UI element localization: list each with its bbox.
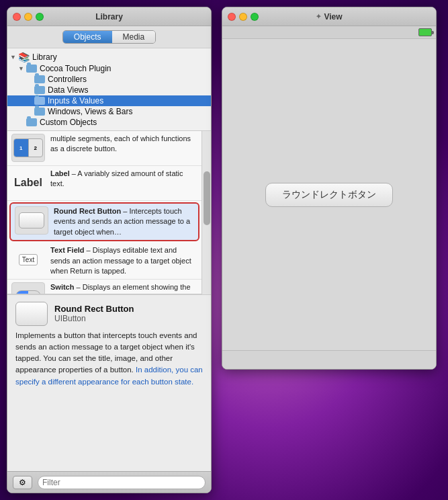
item-desc-text: – A variably sized amount of static text… [50,169,183,188]
view-footer [222,350,436,369]
item-title: Label [50,169,70,177]
detail-class: UIButton [54,314,134,323]
item-description: Round Rect Button – Intercepts touch eve… [54,206,194,237]
pin-icon: ✦ [316,13,321,20]
view-titlebar: ✦ View [222,7,436,26]
detail-name: Round Rect Button [54,304,134,314]
view-close-button[interactable] [228,13,236,21]
library-titlebar: Library [7,7,211,26]
detail-header: Round Rect Button UIButton [15,302,203,326]
list-item-round-rect[interactable]: Round Rect Button – Intercepts touch eve… [9,202,199,241]
item-description: Switch – Displays an element showing the… [50,282,197,294]
switch-preview [15,290,41,294]
view-panel: ✦ View ラウンドレクトボタン [222,7,437,370]
library-arrow [10,54,17,60]
list-item[interactable]: Label Label – A variably sized amount of… [7,166,201,201]
item-title: Text Field [50,246,85,254]
panel-title: Library [95,12,123,22]
view-max-button[interactable] [251,13,259,21]
tree-custom-objects[interactable]: Custom Objects [7,117,211,128]
detail-info: Round Rect Button UIButton [54,304,134,323]
item-desc-text: multiple segments, each of which functio… [50,134,191,153]
tree-library[interactable]: 📚 Library [7,51,211,63]
item-title: Round Rect Button [54,207,121,215]
textfield-preview: Text [19,254,38,265]
objects-tab[interactable]: Objects [63,31,112,43]
close-button[interactable] [13,13,21,21]
tree-area: 📚 Library Cocoa Touch Plugin Controllers… [7,48,211,131]
custom-objects-label: Custom Objects [40,118,97,127]
filter-input[interactable] [38,476,206,489]
item-title: Switch [50,283,74,291]
seg-control-wrapper: Objects Media [7,26,211,48]
detail-area: Round Rect Button UIButton Implements a … [7,295,211,472]
gear-button[interactable]: ⚙ [13,476,32,489]
view-title: View [324,12,342,22]
minimize-button[interactable] [24,13,32,21]
media-tab[interactable]: Media [112,31,156,43]
tree-cocoa-touch[interactable]: Cocoa Touch Plugin [7,63,211,74]
tree-data-views[interactable]: Data Views [7,85,211,95]
view-traffic-lights [228,13,259,21]
tree-windows-views[interactable]: Windows, Views & Bars [7,106,211,117]
button-preview [19,212,44,228]
scrollbar[interactable] [201,131,211,294]
view-toolbar [222,26,436,39]
detail-thumbnail [15,302,48,326]
data-views-label: Data Views [48,85,88,95]
bottom-toolbar: ⚙ [7,471,211,493]
item-description: Text Field – Displays editable text and … [50,245,197,276]
maximize-button[interactable] [36,13,44,21]
windows-views-label: Windows, Views & Bars [48,107,133,116]
view-min-button[interactable] [239,13,247,21]
item-thumbnail-seg: 1 2 [11,134,45,162]
item-description: multiple segments, each of which functio… [50,134,197,155]
round-rect-preview-button[interactable]: ラウンドレクトボタン [265,183,393,207]
custom-folder-icon [26,118,37,126]
item-thumbnail-textfield: Text [11,245,45,274]
tree-inputs-values[interactable]: Inputs & Values [7,95,211,106]
library-label: Library [32,52,57,62]
view-content: ラウンドレクトボタン [222,39,436,350]
data-views-folder-icon [34,86,45,94]
cocoa-touch-label: Cocoa Touch Plugin [40,64,111,73]
view-title-container: ✦ View [316,12,342,22]
tree-controllers[interactable]: Controllers [7,74,211,85]
items-list: 1 2 multiple segments, each of which fun… [7,131,201,294]
controllers-label: Controllers [48,75,87,84]
item-thumbnail-label: Label [11,169,45,197]
inputs-folder-icon [34,97,45,105]
battery-icon [418,28,432,36]
inputs-values-label: Inputs & Values [48,96,103,106]
list-item[interactable]: Text Text Field – Displays editable text… [7,243,201,280]
traffic-lights [13,13,44,21]
detail-description: Implements a button that intercepts touc… [15,330,203,388]
cocoa-folder-icon [26,65,37,73]
cocoa-arrow [18,65,25,72]
item-thumbnail-switch [11,282,45,294]
controllers-folder-icon [34,75,45,83]
item-description: Label – A variably sized amount of stati… [50,169,197,190]
label-preview: Label [14,177,42,189]
windows-folder-icon [34,108,45,116]
objects-media-control[interactable]: Objects Media [62,30,156,44]
list-item[interactable]: Switch – Displays an element showing the… [7,280,201,294]
list-item[interactable]: 1 2 multiple segments, each of which fun… [7,131,201,166]
library-panel: Library Objects Media 📚 Library Cocoa To… [7,7,212,493]
item-thumbnail-button [15,206,48,235]
